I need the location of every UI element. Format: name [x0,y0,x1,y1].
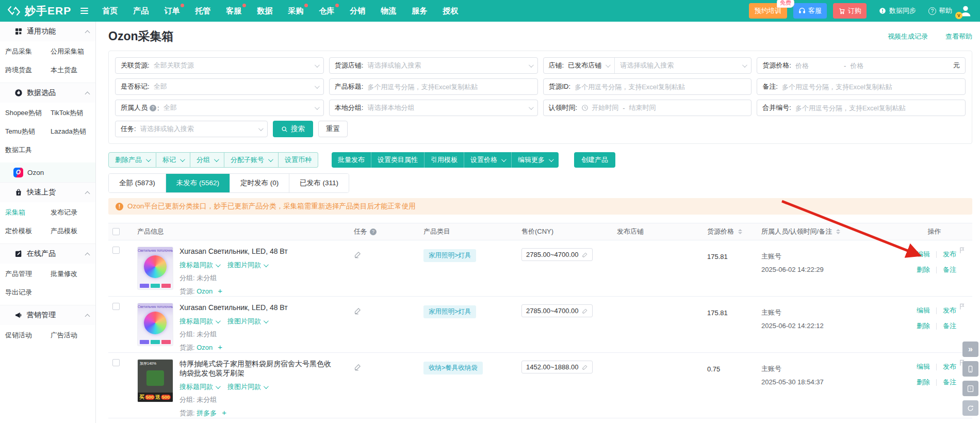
filter-shop[interactable]: 店铺: 已发布店铺 请选择或输入搜索 [543,57,752,74]
remark-input[interactable] [782,83,960,91]
filter-related-source[interactable]: 关联货源: 全部关联货源 [115,57,324,74]
publish-link[interactable]: 发布 [943,362,956,371]
data-sync-button[interactable]: 数据同步 [873,4,922,18]
filter-source-id[interactable]: 货源ID: [543,78,752,95]
sidebar-item-tiktok-hot[interactable]: TikTok热销 [51,104,95,122]
refresh-button[interactable] [962,400,978,416]
sidebar-item-shopee-hot[interactable]: Shopee热销 [5,104,51,122]
source-price-min-input[interactable] [795,62,840,70]
nav-item-data[interactable]: 数据 [249,0,280,22]
bulk-publish-button[interactable]: 批量发布 [332,152,371,168]
nav-item-authorization[interactable]: 授权 [435,0,466,22]
section-header-online-products[interactable]: 在线产品 [0,244,95,264]
flag-icon[interactable] [959,303,966,312]
header-owner[interactable]: 所属人员/认领时间/备注 [757,227,896,236]
product-title[interactable]: Xurasan Светильник, LED, 48 Вт [179,247,288,256]
sidebar-item-crossborder-supply[interactable]: 跨境货盘 [5,61,51,79]
filter-marked[interactable]: 是否标记: 全部 [115,78,324,95]
search-same-image-link[interactable]: 搜图片同款 [227,261,267,270]
edit-task-icon[interactable] [354,363,362,371]
product-image[interactable]: Светильник потолочный [137,247,173,290]
sidebar-item-promotion[interactable]: 促销活动 [5,326,51,345]
publish-link[interactable]: 发布 [943,250,956,259]
group-button[interactable]: 分组 [190,152,224,168]
sidebar-item-product-collect[interactable]: 产品采集 [5,42,51,61]
nav-item-logistics[interactable]: 物流 [373,0,404,22]
header-source-price[interactable]: 货源价格 [703,227,757,236]
purchase-button[interactable]: 订购 [833,3,867,19]
price-editor[interactable]: 2785.00~4700.00 [521,248,593,261]
nav-item-product[interactable]: 产品 [125,0,156,22]
collapse-panel-button[interactable] [962,341,978,357]
mark-button[interactable]: 标记 [156,152,190,168]
add-source-icon[interactable]: + [218,343,222,351]
sidebar-item-export-record[interactable]: 导出记录 [5,283,51,302]
delete-link[interactable]: 删除 [917,265,930,274]
filter-task[interactable]: 任务: 请选择或输入搜索 [115,121,268,137]
publish-link[interactable]: 发布 [943,306,956,315]
merge-no-input[interactable] [795,104,960,112]
filter-claim-time[interactable]: 认领时间: 开始时间 - 结束时间 [543,100,752,116]
sidebar-item-pricing-template[interactable]: 定价模板 [5,222,51,240]
sidebar-item-product-management[interactable]: 产品管理 [5,265,51,283]
filter-source-shop[interactable]: 货源店铺: 请选择或输入搜索 [329,57,538,74]
sidebar-item-publish-record[interactable]: 发布记录 [51,203,95,222]
view-help-link[interactable]: 查看帮助 [945,32,972,41]
tab-published[interactable]: 已发布 (311) [289,174,349,192]
product-title[interactable]: 特厚抽绳式袋子家用塑料袋厨房宿舍大号黑色收纳袋批发包装牙刷架 [179,359,334,378]
add-source-icon[interactable]: + [222,408,226,417]
source-link[interactable]: 拼多多 [197,409,217,417]
nav-item-procurement[interactable]: 采购 [280,0,311,22]
filter-product-title[interactable]: 产品标题: [329,78,538,95]
sidebar-item-ads[interactable]: 广告活动 [51,326,95,345]
tab-scheduled[interactable]: 定时发布 (0) [230,174,289,192]
product-title-input[interactable] [367,83,532,91]
price-editor[interactable]: 1452.00~1888.00 [521,361,593,373]
source-price-max-input[interactable] [850,62,894,70]
flag-icon[interactable] [959,247,966,256]
source-link[interactable]: Ozon [197,287,213,295]
sidebar-item-data-tools[interactable]: 数据工具 [5,141,51,159]
reset-button[interactable]: 重置 [318,121,348,137]
sidebar-item-lazada-hot[interactable]: Lazada热销 [51,122,95,141]
video-record-link[interactable]: 视频生成记录 [888,32,928,41]
note-link[interactable]: 备注 [943,265,956,274]
source-link[interactable]: Ozon [197,344,213,351]
row-checkbox[interactable] [112,359,120,366]
training-button[interactable]: 预约培训 免费 [749,3,787,19]
assign-subaccount-button[interactable]: 分配子账号 [224,152,279,168]
edit-link[interactable]: 编辑 [917,362,930,371]
apply-template-button[interactable]: 引用模板 [424,152,464,168]
filter-source-price[interactable]: 货源价格: - 元 [757,57,966,74]
sidebar-item-local-supply[interactable]: 本土货盘 [51,61,95,79]
help-button[interactable]: 帮助 [928,6,952,15]
note-link[interactable]: 备注 [943,321,956,331]
price-editor[interactable]: 2785.00~4700.00 [521,304,593,317]
add-source-icon[interactable]: + [218,286,222,295]
sidebar-item-collect-box[interactable]: 采集箱 [5,203,51,222]
search-same-image-link[interactable]: 搜图片同款 [227,317,267,326]
section-header-data-selection[interactable]: 数据选品 [0,83,95,103]
section-header-marketing[interactable]: 营销管理 [0,305,95,325]
product-title[interactable]: Xurasan Светильник, LED, 48 Вт [179,303,288,312]
nav-item-order[interactable]: 订单 [156,0,187,22]
category-tag[interactable]: 收纳>餐具收纳袋 [423,362,483,375]
app-logo[interactable]: 妙手ERP [7,4,71,18]
product-image[interactable]: 加厚140% 买500送500 [137,359,173,402]
row-checkbox[interactable] [112,247,120,254]
edit-task-icon[interactable] [354,251,362,258]
nav-item-hosting[interactable]: 托管 [187,0,218,22]
sidebar-item-ozon[interactable]: Ozon [0,162,95,182]
manual-button[interactable]: ? [962,381,978,396]
note-link[interactable]: 备注 [943,378,956,387]
filter-local-group[interactable]: 本地分组: 请选择本地分组 [329,100,538,116]
delete-link[interactable]: 删除 [917,378,930,387]
tab-unpublished[interactable]: 未发布 (5562) [166,174,230,192]
search-same-title-link[interactable]: 搜标题同款 [179,317,219,326]
user-avatar[interactable]: V [958,4,973,18]
filter-remark[interactable]: 备注: [757,78,966,95]
nav-item-distribution[interactable]: 分销 [342,0,373,22]
sidebar-item-product-template[interactable]: 产品模板 [51,222,95,240]
search-same-title-link[interactable]: 搜标题同款 [179,382,219,392]
category-tag[interactable]: 家用照明>灯具 [423,305,476,318]
